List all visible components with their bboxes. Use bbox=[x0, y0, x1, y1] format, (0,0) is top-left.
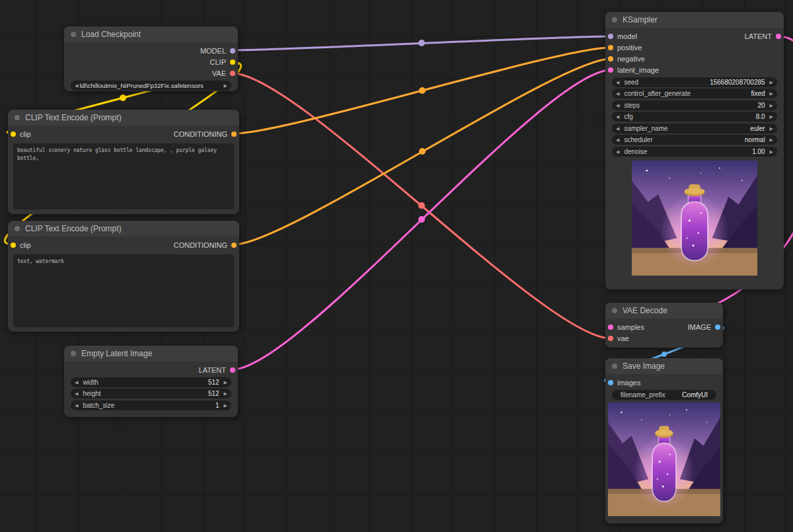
widget-value: euler bbox=[673, 125, 765, 132]
widget-value: 512 bbox=[103, 379, 219, 386]
steps-widget[interactable]: ◀ steps 20 ▶ bbox=[612, 100, 777, 110]
node-header[interactable]: CLIP Text Encode (Prompt) bbox=[8, 221, 239, 237]
sampler-name-widget[interactable]: ◀ sampler_name euler ▶ bbox=[612, 124, 777, 133]
decrement-arrow-icon[interactable]: ◀ bbox=[616, 147, 619, 157]
latent-output-port[interactable] bbox=[776, 34, 781, 39]
conditioning-output-port[interactable] bbox=[231, 132, 237, 137]
slot-label: LATENT bbox=[745, 32, 772, 40]
width-widget[interactable]: ◀ width 512 ▶ bbox=[71, 377, 231, 387]
output-slot-clip: CLIP bbox=[64, 56, 238, 67]
slot-row: samples IMAGE bbox=[605, 321, 723, 332]
node-header[interactable]: CLIP Text Encode (Prompt) bbox=[8, 110, 239, 126]
decrement-arrow-icon[interactable]: ◀ bbox=[616, 89, 619, 98]
denoise-widget[interactable]: ◀ denoise 1.00 ▶ bbox=[612, 147, 777, 157]
widget-value: 20 bbox=[644, 102, 765, 109]
negative-input-port[interactable] bbox=[608, 56, 613, 61]
save-image-preview-image bbox=[608, 402, 720, 516]
node-save-image[interactable]: Save Image images filename_prefix ComfyU… bbox=[605, 358, 723, 523]
node-title: CLIP Text Encode (Prompt) bbox=[25, 224, 122, 233]
clip-output-port[interactable] bbox=[230, 59, 235, 65]
decrement-arrow-icon[interactable]: ◀ bbox=[616, 77, 619, 87]
slot-row: clip CONDITIONING bbox=[8, 128, 239, 139]
link-midpoint-dot bbox=[419, 87, 426, 94]
widget-value: 1.00 bbox=[652, 148, 765, 155]
increment-arrow-icon[interactable]: ▶ bbox=[770, 100, 773, 110]
node-header[interactable]: VAE Decode bbox=[605, 303, 723, 319]
model-input-port[interactable] bbox=[608, 34, 613, 39]
node-title: VAE Decode bbox=[623, 306, 667, 315]
node-empty-latent-image[interactable]: Empty Latent Image LATENT ◀ width 512 ▶ … bbox=[64, 346, 238, 417]
node-header[interactable]: Load Checkpoint bbox=[64, 26, 238, 42]
combo-right-arrow-icon[interactable]: ▶ bbox=[224, 81, 227, 91]
increment-arrow-icon[interactable]: ▶ bbox=[770, 89, 773, 98]
decrement-arrow-icon[interactable]: ◀ bbox=[616, 100, 619, 110]
collapse-dot-icon[interactable] bbox=[612, 363, 617, 369]
node-graph-canvas[interactable]: Load Checkpoint MODEL CLIP VAE ◀ ldl\chi… bbox=[0, 0, 793, 532]
node-header[interactable]: Save Image bbox=[605, 358, 723, 374]
seed-widget[interactable]: ◀ seed 156680208700285 ▶ bbox=[612, 77, 777, 87]
collapse-dot-icon[interactable] bbox=[71, 32, 76, 37]
node-title: CLIP Text Encode (Prompt) bbox=[25, 113, 122, 122]
node-header[interactable]: Empty Latent Image bbox=[64, 346, 238, 361]
decrement-arrow-icon[interactable]: ◀ bbox=[616, 135, 619, 145]
collapse-dot-icon[interactable] bbox=[15, 115, 20, 120]
increment-arrow-icon[interactable]: ▶ bbox=[770, 112, 773, 122]
node-load-checkpoint[interactable]: Load Checkpoint MODEL CLIP VAE ◀ ldl\chi… bbox=[64, 26, 238, 91]
batch-size-widget[interactable]: ◀ batch_size 1 ▶ bbox=[71, 400, 231, 410]
height-widget[interactable]: ◀ height 512 ▶ bbox=[71, 389, 231, 399]
node-header[interactable]: KSampler bbox=[605, 12, 784, 28]
increment-arrow-icon[interactable]: ▶ bbox=[224, 377, 227, 387]
decrement-arrow-icon[interactable]: ◀ bbox=[616, 112, 619, 122]
clip-input-port[interactable] bbox=[11, 132, 16, 137]
positive-input-port[interactable] bbox=[608, 45, 613, 50]
positive-prompt-textarea[interactable]: beautiful scenery nature glass bottle la… bbox=[13, 143, 234, 209]
vae-output-port[interactable] bbox=[230, 71, 235, 76]
images-input-port[interactable] bbox=[608, 380, 613, 385]
latent-output-port[interactable] bbox=[230, 367, 235, 373]
collapse-dot-icon[interactable] bbox=[15, 226, 20, 231]
control-after-generate-widget[interactable]: ◀ control_after_generate fixed ▶ bbox=[612, 89, 777, 98]
slot-row: clip CONDITIONING bbox=[8, 239, 239, 250]
node-clip-text-encode-negative[interactable]: CLIP Text Encode (Prompt) clip CONDITION… bbox=[8, 221, 239, 332]
decrement-arrow-icon[interactable]: ◀ bbox=[75, 377, 78, 387]
slot-label: positive bbox=[617, 44, 642, 52]
image-output-port[interactable] bbox=[715, 324, 720, 330]
increment-arrow-icon[interactable]: ▶ bbox=[224, 389, 227, 399]
decrement-arrow-icon[interactable]: ◀ bbox=[75, 400, 78, 410]
slot-label: CONDITIONING bbox=[174, 241, 227, 249]
node-ksampler[interactable]: KSampler model LATENT positive negative … bbox=[605, 12, 784, 289]
combo-left-arrow-icon[interactable]: ◀ bbox=[75, 81, 78, 91]
model-output-port[interactable] bbox=[230, 48, 235, 54]
vae-input-port[interactable] bbox=[608, 336, 613, 341]
input-slot-negative: negative bbox=[605, 53, 784, 64]
filename-prefix-widget[interactable]: filename_prefix ComfyUI bbox=[612, 390, 716, 400]
widget-value: ComfyUI bbox=[670, 391, 708, 399]
widget-value: 512 bbox=[106, 390, 219, 397]
cfg-widget[interactable]: ◀ cfg 8.0 ▶ bbox=[612, 112, 777, 122]
widget-label: filename_prefix bbox=[621, 391, 665, 399]
increment-arrow-icon[interactable]: ▶ bbox=[770, 147, 773, 157]
increment-arrow-icon[interactable]: ▶ bbox=[770, 124, 773, 133]
decrement-arrow-icon[interactable]: ◀ bbox=[616, 124, 619, 133]
negative-prompt-textarea[interactable]: text, watermark bbox=[13, 254, 234, 327]
decrement-arrow-icon[interactable]: ◀ bbox=[75, 389, 78, 399]
latent-image-input-port[interactable] bbox=[608, 67, 613, 73]
samples-input-port[interactable] bbox=[608, 324, 613, 330]
slot-label: clip bbox=[20, 241, 31, 249]
increment-arrow-icon[interactable]: ▶ bbox=[770, 77, 773, 87]
increment-arrow-icon[interactable]: ▶ bbox=[770, 135, 773, 145]
slot-label: vae bbox=[617, 334, 629, 342]
slot-label: CONDITIONING bbox=[174, 130, 227, 138]
scheduler-widget[interactable]: ◀ scheduler normal ▶ bbox=[612, 135, 777, 145]
node-clip-text-encode-positive[interactable]: CLIP Text Encode (Prompt) clip CONDITION… bbox=[8, 110, 239, 214]
widget-label: steps bbox=[624, 102, 640, 109]
widget-label: seed bbox=[624, 79, 638, 86]
node-vae-decode[interactable]: VAE Decode samples IMAGE vae bbox=[605, 303, 723, 348]
increment-arrow-icon[interactable]: ▶ bbox=[224, 400, 227, 410]
ckpt-name-combo[interactable]: ◀ ldl\chilloutmix_NiPrunedFp32Fix.safete… bbox=[71, 81, 231, 91]
conditioning-output-port[interactable] bbox=[231, 243, 237, 248]
clip-input-port[interactable] bbox=[11, 243, 16, 248]
collapse-dot-icon[interactable] bbox=[612, 17, 617, 22]
collapse-dot-icon[interactable] bbox=[612, 308, 617, 313]
collapse-dot-icon[interactable] bbox=[71, 351, 76, 356]
